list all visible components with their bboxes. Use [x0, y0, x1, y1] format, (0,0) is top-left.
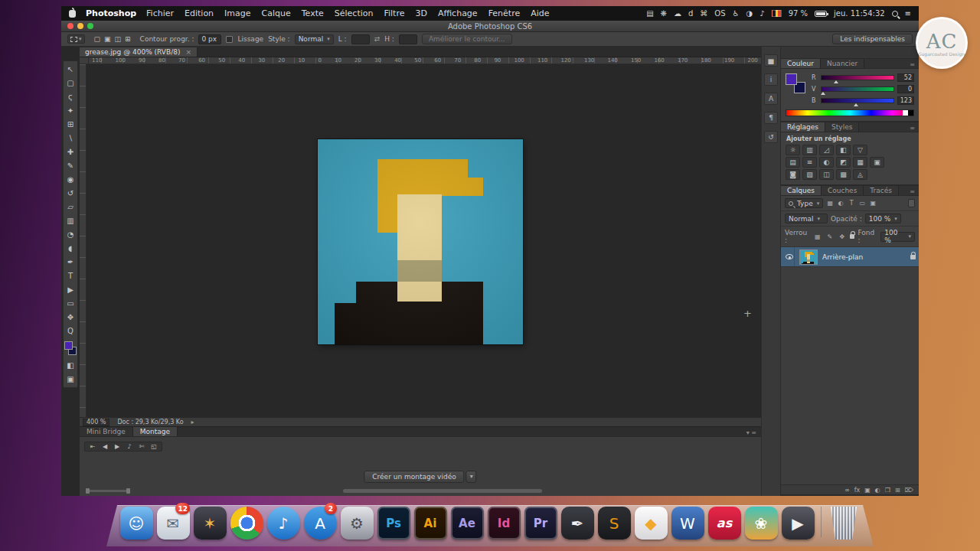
adj-exposure-icon[interactable]: ◧: [836, 145, 851, 155]
channel-slider-R[interactable]: [821, 75, 894, 80]
opacity-field[interactable]: 100 %▾: [865, 214, 901, 223]
adj-gradient-map-icon[interactable]: ▩: [836, 169, 851, 180]
marquee-tool[interactable]: ▢: [64, 77, 77, 89]
menu-aide[interactable]: Aide: [531, 8, 549, 18]
height-input[interactable]: [399, 34, 417, 44]
link-layers-icon[interactable]: ∞: [844, 487, 850, 494]
layer-visibility-toggle[interactable]: [784, 247, 795, 266]
accessibility-icon[interactable]: ♿: [733, 9, 740, 18]
color-spectrum-ramp[interactable]: [786, 109, 914, 116]
display-icon[interactable]: ▤: [646, 9, 653, 18]
adj-photo-filter-icon[interactable]: ◩: [836, 157, 851, 168]
tab-reglages[interactable]: Réglages: [781, 122, 825, 132]
dock-photos[interactable]: ❀: [743, 507, 779, 540]
create-video-timeline-button[interactable]: Créer un montage vidéo: [364, 471, 464, 483]
os-icon[interactable]: OS: [714, 9, 725, 18]
eraser-tool[interactable]: ▱: [64, 201, 77, 213]
menu-fichier[interactable]: Fichier: [146, 8, 174, 18]
dock-photoshop[interactable]: Ps: [376, 507, 411, 540]
channel-slider-B[interactable]: [821, 98, 894, 103]
path-selection-tool[interactable]: ▶: [64, 284, 77, 295]
refine-edge-button[interactable]: Améliorer le contour...: [422, 34, 512, 44]
layer-effects-icon[interactable]: fx: [854, 487, 861, 494]
tool-preset-picker[interactable]: ▾: [67, 34, 85, 44]
lock-pixels-icon[interactable]: ✎: [825, 233, 835, 240]
dock-illustrator[interactable]: Ai: [413, 507, 448, 540]
play-button[interactable]: ▶: [112, 443, 122, 450]
channel-value-V[interactable]: 0: [897, 85, 914, 93]
channel-slider-V[interactable]: [821, 86, 894, 92]
dock-lastfm[interactable]: as: [707, 507, 742, 540]
move-tool[interactable]: ↖: [64, 64, 77, 75]
character-panel-icon[interactable]: A: [764, 93, 778, 105]
add-mask-icon[interactable]: ▣: [864, 487, 871, 494]
layer-row-arriere-plan[interactable]: Arrière-plan: [781, 247, 919, 267]
close-tab-icon[interactable]: ×: [185, 48, 191, 56]
timeline-scrollbar[interactable]: [343, 489, 542, 493]
crop-tool[interactable]: ⊞: [64, 119, 77, 130]
sync-icon[interactable]: ❋: [661, 9, 667, 18]
menu-app-name[interactable]: Photoshop: [86, 8, 136, 18]
layers-panel-menu-icon[interactable]: ≡: [906, 188, 919, 195]
color-swatches-widget[interactable]: [64, 341, 77, 355]
screen-mode-icon[interactable]: ▣: [64, 373, 77, 385]
healing-brush-tool[interactable]: ✚: [64, 146, 77, 158]
notification-center-icon[interactable]: ≡: [905, 9, 911, 18]
adj-threshold-icon[interactable]: ◫: [819, 169, 834, 180]
layer-filter-select[interactable]: Type▾: [785, 198, 823, 208]
dock-video-app[interactable]: ▶: [780, 507, 815, 540]
adj-invert-icon[interactable]: ◙: [786, 169, 800, 180]
create-video-dropdown-icon[interactable]: ▾: [466, 471, 477, 483]
menu-3d[interactable]: 3D: [415, 8, 426, 18]
filter-adjustment-layers-icon[interactable]: ◐: [836, 200, 845, 207]
docker-icon[interactable]: d: [688, 9, 693, 18]
width-input[interactable]: [351, 34, 370, 44]
dock-sketch[interactable]: ◆: [633, 507, 668, 540]
filter-type-layers-icon[interactable]: T: [847, 200, 856, 207]
style-select[interactable]: Normal▾: [295, 34, 334, 44]
dock-indesign[interactable]: Id: [486, 507, 521, 540]
adj-hue-saturation-icon[interactable]: ▤: [786, 157, 800, 168]
quick-selection-tool[interactable]: ✦: [64, 105, 77, 116]
zoom-level-field[interactable]: 400 %: [83, 419, 109, 426]
timeline-panel-menu-icon[interactable]: ▾ ≡: [742, 429, 761, 436]
adj-levels-icon[interactable]: ▥: [802, 145, 817, 155]
adj-posterize-icon[interactable]: ▨: [802, 169, 817, 180]
input-language-flag-icon[interactable]: [772, 10, 782, 17]
zoom-tool[interactable]: Q: [64, 325, 77, 337]
vertical-ruler[interactable]: [80, 64, 87, 417]
filter-smart-objects-icon[interactable]: ▣: [868, 200, 877, 207]
dock-finder[interactable]: ☺: [119, 507, 154, 540]
dock-sublime[interactable]: S: [596, 507, 632, 540]
menu-texte[interactable]: Texte: [302, 8, 324, 18]
adj-selective-color-icon[interactable]: ◬: [853, 169, 867, 180]
feather-input[interactable]: 0 px: [198, 34, 221, 44]
adjustments-panel-menu-icon[interactable]: ≡: [906, 125, 919, 132]
history-brush-tool[interactable]: ↺: [64, 187, 77, 199]
horizontal-ruler[interactable]: 1101009080706050403020100102030405060708…: [80, 57, 761, 64]
info-panel-icon[interactable]: i: [764, 73, 778, 86]
menu-image[interactable]: Image: [224, 8, 250, 18]
hand-tool[interactable]: ✥: [64, 311, 77, 323]
menu-filtre[interactable]: Filtre: [384, 8, 404, 18]
dock-after-effects[interactable]: Ae: [449, 507, 485, 540]
tab-montage[interactable]: Montage: [133, 427, 178, 436]
close-window-button[interactable]: [67, 23, 74, 29]
dock-itunes[interactable]: ♪: [266, 507, 301, 540]
battery-icon[interactable]: [815, 11, 827, 17]
adj-vibrance-icon[interactable]: ▽: [853, 145, 867, 155]
filter-shape-layers-icon[interactable]: ▭: [858, 200, 867, 207]
menu-sélection[interactable]: Sélection: [335, 8, 374, 18]
link-dimensions-icon[interactable]: ⇄: [374, 35, 381, 43]
lock-all-icon[interactable]: [850, 234, 855, 239]
document-image[interactable]: [318, 139, 523, 344]
adj-color-balance-icon[interactable]: ≡: [802, 157, 817, 168]
panel-foreground-swatch[interactable]: [786, 73, 797, 85]
clone-stamp-tool[interactable]: ◉: [64, 174, 77, 185]
dock-word[interactable]: W: [670, 507, 705, 540]
slider-marker[interactable]: [854, 103, 858, 106]
canvas[interactable]: +: [80, 64, 761, 417]
channel-value-B[interactable]: 123: [897, 96, 914, 105]
new-group-icon[interactable]: ❒: [885, 487, 890, 494]
adj-color-lookup-icon[interactable]: ▣: [870, 157, 884, 168]
